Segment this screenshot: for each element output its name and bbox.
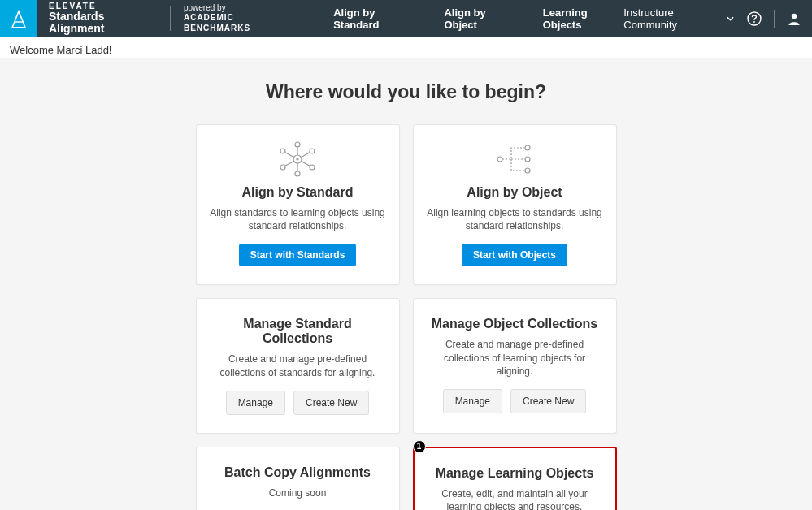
create-new-objects-button[interactable]: Create New (510, 389, 586, 413)
svg-point-19 (497, 157, 502, 162)
svg-point-15 (280, 165, 285, 170)
svg-point-11 (280, 149, 285, 153)
nav-align-by-object[interactable]: Align by Object (444, 6, 516, 31)
card-desc: Create, edit, and maintain all your lear… (428, 487, 602, 510)
header-nav: Align by Standard Align by Object Learni… (333, 6, 623, 31)
user-icon (786, 11, 802, 27)
svg-point-20 (525, 145, 530, 150)
card-title: Align by Standard (242, 185, 354, 200)
callout-badge-1: 1 (413, 440, 426, 453)
powered-by-name: ACADEMIC BENCHMARKS (184, 12, 297, 33)
card-title: Manage Standard Collections (210, 317, 386, 346)
brand-large: Standards Alignment (49, 11, 157, 36)
card-batch-copy-alignments: Batch Copy Alignments Coming soon Manage… (196, 447, 400, 510)
card-desc: Create and manage pre-defined collection… (210, 352, 386, 378)
elevate-logo-icon (10, 8, 28, 29)
card-manage-object-collections: Manage Object Collections Create and man… (413, 298, 617, 433)
nav-align-by-standard[interactable]: Align by Standard (333, 6, 418, 31)
align-standard-icon (273, 140, 322, 179)
manage-objects-button[interactable]: Manage (443, 389, 502, 413)
community-label: Instructure Community (623, 6, 721, 31)
welcome-bar: Welcome Marci Ladd! (0, 37, 812, 58)
user-menu[interactable] (786, 11, 802, 27)
brand-divider (170, 6, 171, 31)
header-separator (774, 10, 775, 28)
svg-point-4 (792, 14, 797, 19)
svg-point-13 (310, 149, 315, 153)
card-desc: Create and manage pre-defined collection… (427, 338, 603, 378)
card-align-by-object: Align by Object Align learning objects t… (413, 124, 617, 285)
card-desc: Align learning objects to standards usin… (427, 206, 603, 232)
create-new-standards-button[interactable]: Create New (293, 391, 369, 415)
align-object-icon (490, 140, 539, 179)
chevron-down-icon (726, 14, 735, 24)
svg-point-9 (295, 171, 300, 176)
card-title: Align by Object (467, 185, 562, 200)
svg-point-22 (525, 168, 530, 173)
svg-line-12 (285, 153, 294, 158)
app-header: ELEVATE Standards Alignment powered by A… (0, 0, 812, 37)
brand-block: ELEVATE Standards Alignment (37, 0, 168, 37)
card-desc: Coming soon (269, 486, 327, 499)
svg-point-6 (296, 158, 298, 160)
svg-point-3 (753, 21, 755, 23)
card-manage-learning-objects: 1 Manage Learning Objects Create, edit, … (413, 447, 617, 510)
start-with-objects-button[interactable]: Start with Objects (462, 244, 567, 266)
community-dropdown[interactable]: Instructure Community (623, 6, 735, 31)
start-with-standards-button[interactable]: Start with Standards (239, 244, 357, 266)
help-button[interactable] (746, 11, 762, 27)
card-grid: Align by Standard Align standards to lea… (0, 124, 812, 510)
app-logo (0, 0, 37, 37)
card-align-by-standard: Align by Standard Align standards to lea… (196, 124, 400, 285)
main-content: Where would you like to begin? (0, 58, 812, 510)
card-manage-standard-collections: Manage Standard Collections Create and m… (196, 298, 400, 433)
svg-point-7 (295, 142, 300, 147)
card-title: Batch Copy Alignments (224, 465, 371, 480)
manage-standards-button[interactable]: Manage (226, 391, 285, 415)
help-icon (746, 11, 762, 27)
svg-line-18 (302, 162, 310, 166)
nav-learning-objects[interactable]: Learning Objects (543, 6, 624, 31)
card-title: Manage Learning Objects (436, 466, 594, 481)
page-title: Where would you like to begin? (0, 81, 812, 103)
powered-by-block: powered by ACADEMIC BENCHMARKS (172, 0, 309, 37)
header-right: Instructure Community (623, 6, 802, 31)
svg-line-16 (285, 162, 294, 166)
card-title: Manage Object Collections (432, 317, 597, 331)
svg-point-21 (525, 157, 530, 162)
powered-by-label: powered by (184, 4, 297, 12)
svg-point-17 (310, 165, 315, 170)
card-desc: Align standards to learning objects usin… (210, 206, 386, 232)
svg-line-14 (302, 153, 310, 158)
